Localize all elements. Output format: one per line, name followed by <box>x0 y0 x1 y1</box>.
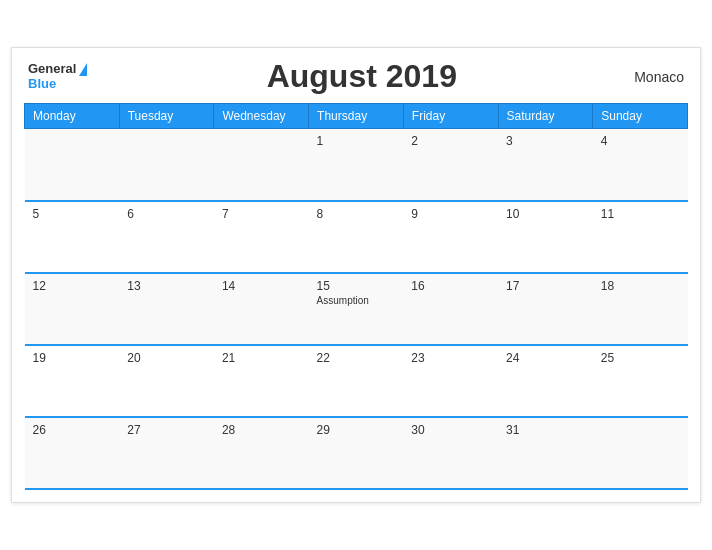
calendar-cell: 7 <box>214 201 309 273</box>
calendar-body: 123456789101112131415Assumption161718192… <box>25 129 688 489</box>
day-number: 20 <box>127 351 206 365</box>
logo: General Blue <box>28 62 89 91</box>
calendar-cell: 12 <box>25 273 120 345</box>
day-number: 16 <box>411 279 490 293</box>
calendar-cell: 18 <box>593 273 688 345</box>
calendar-cell: 28 <box>214 417 309 489</box>
calendar-region: Monaco <box>634 69 684 85</box>
calendar-cell <box>214 129 309 201</box>
calendar-cell <box>119 129 214 201</box>
calendar-cell: 15Assumption <box>309 273 404 345</box>
calendar-header: General Blue August 2019 Monaco <box>24 58 688 95</box>
calendar-cell <box>593 417 688 489</box>
calendar-cell: 30 <box>403 417 498 489</box>
day-number: 29 <box>317 423 396 437</box>
weekday-tuesday: Tuesday <box>119 104 214 129</box>
logo-blue-text: Blue <box>28 77 56 91</box>
calendar-cell <box>25 129 120 201</box>
day-number: 22 <box>317 351 396 365</box>
day-number: 18 <box>601 279 680 293</box>
calendar-cell: 8 <box>309 201 404 273</box>
calendar-cell: 6 <box>119 201 214 273</box>
calendar-cell: 9 <box>403 201 498 273</box>
calendar-cell: 17 <box>498 273 593 345</box>
calendar-cell: 5 <box>25 201 120 273</box>
day-number: 4 <box>601 134 680 148</box>
day-number: 26 <box>33 423 112 437</box>
calendar-cell: 10 <box>498 201 593 273</box>
calendar-cell: 11 <box>593 201 688 273</box>
day-number: 12 <box>33 279 112 293</box>
day-number: 28 <box>222 423 301 437</box>
calendar-cell: 25 <box>593 345 688 417</box>
day-number: 6 <box>127 207 206 221</box>
day-number: 10 <box>506 207 585 221</box>
weekday-monday: Monday <box>25 104 120 129</box>
calendar-cell: 24 <box>498 345 593 417</box>
day-number: 15 <box>317 279 396 293</box>
day-number: 7 <box>222 207 301 221</box>
calendar-cell: 1 <box>309 129 404 201</box>
day-number: 5 <box>33 207 112 221</box>
day-number: 27 <box>127 423 206 437</box>
calendar-cell: 21 <box>214 345 309 417</box>
weekday-saturday: Saturday <box>498 104 593 129</box>
weekday-friday: Friday <box>403 104 498 129</box>
day-number: 1 <box>317 134 396 148</box>
calendar-cell: 2 <box>403 129 498 201</box>
calendar-cell: 23 <box>403 345 498 417</box>
day-number: 2 <box>411 134 490 148</box>
day-number: 23 <box>411 351 490 365</box>
calendar-cell: 27 <box>119 417 214 489</box>
calendar-cell: 13 <box>119 273 214 345</box>
calendar-container: General Blue August 2019 Monaco Monday T… <box>11 47 701 503</box>
calendar-cell: 14 <box>214 273 309 345</box>
day-number: 17 <box>506 279 585 293</box>
day-number: 24 <box>506 351 585 365</box>
day-number: 9 <box>411 207 490 221</box>
day-number: 19 <box>33 351 112 365</box>
day-number: 3 <box>506 134 585 148</box>
calendar-cell: 26 <box>25 417 120 489</box>
day-number: 21 <box>222 351 301 365</box>
day-number: 8 <box>317 207 396 221</box>
day-number: 13 <box>127 279 206 293</box>
weekday-wednesday: Wednesday <box>214 104 309 129</box>
calendar-header-row: Monday Tuesday Wednesday Thursday Friday… <box>25 104 688 129</box>
calendar-title: August 2019 <box>89 58 634 95</box>
day-number: 30 <box>411 423 490 437</box>
day-number: 25 <box>601 351 680 365</box>
calendar-cell: 4 <box>593 129 688 201</box>
day-number: 11 <box>601 207 680 221</box>
calendar-cell: 31 <box>498 417 593 489</box>
weekday-sunday: Sunday <box>593 104 688 129</box>
day-number: 14 <box>222 279 301 293</box>
calendar-cell: 19 <box>25 345 120 417</box>
calendar-cell: 3 <box>498 129 593 201</box>
day-number: 31 <box>506 423 585 437</box>
calendar-cell: 22 <box>309 345 404 417</box>
logo-triangle-icon <box>79 63 87 76</box>
day-event: Assumption <box>317 295 396 306</box>
weekday-thursday: Thursday <box>309 104 404 129</box>
logo-general-text: General <box>28 62 76 76</box>
calendar-cell: 16 <box>403 273 498 345</box>
calendar-grid: Monday Tuesday Wednesday Thursday Friday… <box>24 103 688 490</box>
calendar-cell: 20 <box>119 345 214 417</box>
calendar-cell: 29 <box>309 417 404 489</box>
